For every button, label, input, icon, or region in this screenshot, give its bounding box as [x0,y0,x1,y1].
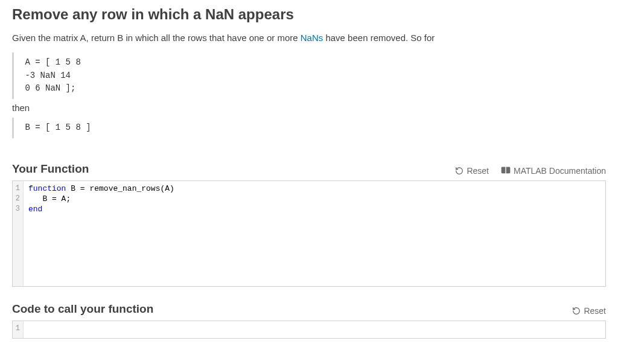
function-editor-code[interactable]: function B = remove_nan_rows(A) B = A;en… [24,181,605,286]
function-editor-gutter: 123 [13,181,24,286]
line-number: 3 [15,204,20,214]
line-number: 2 [15,194,20,204]
page-title: Remove any row in which a NaN appears [12,2,606,23]
code-line[interactable]: function B = remove_nan_rows(A) [28,184,600,194]
desc-text-before: Given the matrix A, return B in which al… [12,33,301,43]
reset-icon [572,307,581,315]
call-reset-button[interactable]: Reset [572,306,606,316]
problem-description: Given the matrix A, return B in which al… [12,31,606,44]
reset-label: Reset [467,166,489,176]
code-line[interactable]: end [28,204,600,214]
code-line[interactable]: B = A; [28,194,600,204]
your-function-heading: Your Function [12,162,89,176]
call-reset-label: Reset [584,306,606,316]
call-editor[interactable]: 1 [12,321,606,339]
call-function-heading: Code to call your function [12,302,153,316]
reset-icon [455,167,464,175]
code-line[interactable] [28,324,600,334]
desc-text-after: have been removed. So for [323,33,435,43]
then-text: then [12,103,606,113]
matlab-doc-link[interactable]: MATLAB Documentation [501,166,606,176]
function-editor[interactable]: 123 function B = remove_nan_rows(A) B = … [12,180,606,287]
line-number: 1 [15,324,20,334]
example-input-code: A = [ 1 5 8 -3 NaN 14 0 6 NaN ]; [12,53,606,99]
call-editor-gutter: 1 [13,321,24,338]
reset-button[interactable]: Reset [455,166,489,176]
nan-link[interactable]: NaNs [301,33,323,43]
matlab-doc-label: MATLAB Documentation [514,166,606,176]
call-editor-code[interactable] [24,321,605,338]
book-icon [501,167,511,174]
line-number: 1 [15,184,20,194]
example-output-code: B = [ 1 5 8 ] [12,118,606,138]
